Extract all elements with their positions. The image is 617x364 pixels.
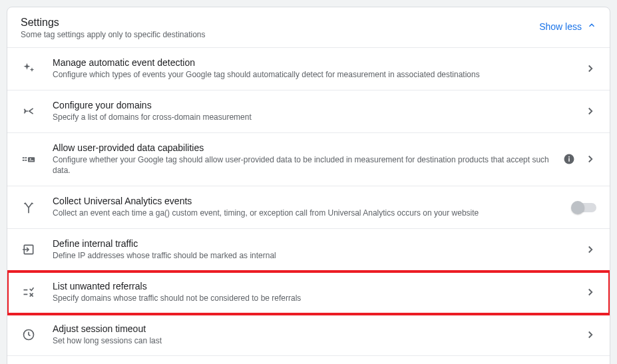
chevron-up-icon — [587, 21, 596, 32]
settings-card: Settings Some tag settings apply only to… — [7, 7, 610, 364]
svg-rect-6 — [29, 160, 33, 161]
toggle-switch[interactable] — [572, 203, 596, 212]
row-collect-universal-analytics-events[interactable]: Collect Universal Analytics events Colle… — [7, 186, 610, 229]
chevron-right-icon — [584, 286, 596, 298]
checklist-icon — [21, 284, 37, 300]
row-body: Define internal traffic Define IP addres… — [53, 238, 576, 262]
show-less-label: Show less — [539, 21, 582, 32]
row-adjust-session-timeout[interactable]: Adjust session timeout Set how long sess… — [7, 314, 610, 357]
settings-subtitle: Some tag settings apply only to specific… — [21, 30, 206, 39]
data-badge-icon — [21, 151, 37, 167]
merge-icon — [21, 103, 37, 119]
row-allow-user-provided-data[interactable]: Allow user-provided data capabilities Co… — [7, 133, 610, 187]
chevron-right-icon — [584, 153, 596, 165]
svg-rect-0 — [23, 158, 25, 159]
row-desc: Define IP addresses whose traffic should… — [53, 250, 576, 262]
row-title: Adjust session timeout — [53, 323, 576, 334]
svg-rect-1 — [25, 158, 27, 159]
row-body: Manage automatic event detection Configu… — [53, 57, 576, 81]
row-desc: Specify a list of domains for cross-doma… — [53, 112, 576, 123]
chevron-right-icon — [584, 329, 596, 341]
row-title: Allow user-provided data capabilities — [53, 142, 555, 153]
row-desc: Collect an event each time a ga() custom… — [53, 208, 564, 219]
chevron-right-icon — [584, 244, 596, 256]
row-title: List unwanted referrals — [53, 281, 576, 291]
row-list-unwanted-referrals[interactable]: List unwanted referrals Specify domains … — [7, 272, 610, 314]
row-trail — [572, 203, 596, 212]
row-override-cookie-settings[interactable]: Override cookie settings Change how long… — [7, 356, 610, 364]
row-trail — [563, 153, 596, 165]
settings-title: Settings — [21, 17, 206, 29]
row-body: List unwanted referrals Specify domains … — [53, 281, 576, 304]
row-title: Manage automatic event detection — [53, 57, 576, 68]
chevron-right-icon — [584, 105, 596, 117]
row-title: Define internal traffic — [53, 238, 576, 249]
row-body: Allow user-provided data capabilities Co… — [53, 142, 555, 177]
row-trail — [584, 329, 596, 341]
settings-header: Settings Some tag settings apply only to… — [7, 7, 610, 48]
row-desc: Configure whether your Google tag should… — [53, 154, 555, 177]
svg-point-9 — [568, 156, 570, 158]
chevron-right-icon — [584, 63, 596, 75]
row-desc: Configure which types of events your Goo… — [53, 69, 576, 81]
clock-icon — [21, 327, 37, 343]
row-body: Collect Universal Analytics events Colle… — [53, 196, 564, 219]
row-body: Configure your domains Specify a list of… — [53, 100, 576, 123]
exit-to-app-icon — [21, 242, 37, 258]
row-body: Adjust session timeout Set how long sess… — [53, 323, 576, 347]
row-define-internal-traffic[interactable]: Define internal traffic Define IP addres… — [7, 229, 610, 272]
split-arrows-icon — [21, 200, 37, 216]
row-configure-your-domains[interactable]: Configure your domains Specify a list of… — [7, 91, 610, 133]
sparkle-icon — [21, 61, 37, 77]
header-texts: Settings Some tag settings apply only to… — [21, 17, 206, 39]
row-desc: Specify domains whose traffic should not… — [53, 293, 576, 304]
svg-rect-8 — [568, 158, 570, 162]
svg-point-5 — [30, 158, 31, 160]
row-trail — [584, 244, 596, 256]
row-trail — [584, 63, 596, 75]
svg-rect-3 — [25, 160, 27, 161]
row-trail — [584, 105, 596, 117]
show-less-button[interactable]: Show less — [539, 17, 596, 32]
info-icon[interactable] — [563, 153, 575, 165]
row-desc: Set how long sessions can last — [53, 335, 576, 347]
row-title: Configure your domains — [53, 100, 576, 110]
row-title: Collect Universal Analytics events — [53, 196, 564, 206]
svg-rect-2 — [23, 160, 25, 161]
svg-rect-4 — [28, 158, 35, 162]
row-manage-automatic-event-detection[interactable]: Manage automatic event detection Configu… — [7, 48, 610, 91]
row-trail — [584, 286, 596, 298]
